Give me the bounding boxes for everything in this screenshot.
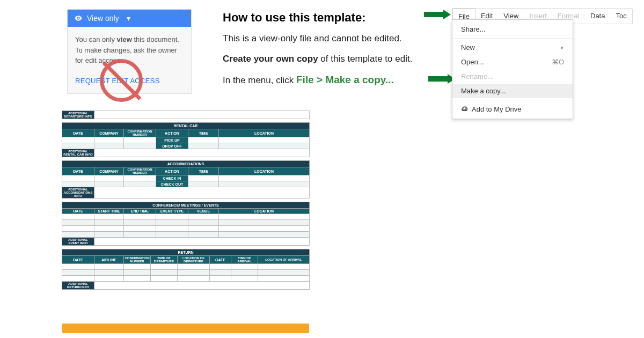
footer: ADDITIONAL EVENT INFO <box>62 238 94 246</box>
col: CONFIRMATION NUMBER <box>124 129 156 137</box>
col: LOCATION <box>219 129 310 137</box>
text: You can only <box>75 35 117 43</box>
arrow-icon <box>424 10 451 19</box>
label: Rename... <box>461 72 493 80</box>
col: AIRLINE <box>94 256 124 264</box>
instructions: How to use this template: This is a view… <box>223 11 437 94</box>
menu-item-open[interactable]: Open...⌘O <box>452 55 573 69</box>
menu-tools[interactable]: Toc <box>610 9 632 24</box>
col: COMPANY <box>94 167 124 175</box>
chevron-right-icon: ▸ <box>561 44 564 51</box>
section-title: RETURN <box>62 249 310 256</box>
col: LOCATION OF DEPARTURE <box>178 256 210 264</box>
menu-data[interactable]: Data <box>585 9 610 24</box>
footer: ADDITIONAL ACCOMODATIONS INFO <box>62 187 94 199</box>
menu-item-rename: Rename... <box>452 69 573 84</box>
col: EVENT TYPE <box>156 209 188 214</box>
prohibited-icon <box>100 59 143 102</box>
caret-icon: ▾ <box>127 14 130 23</box>
col: DATE <box>62 256 94 264</box>
menu-item-make-copy[interactable]: Make a copy... <box>452 84 573 98</box>
col: ACTION <box>156 167 188 175</box>
col: LOCATION <box>219 167 310 175</box>
col: TIME <box>188 129 219 137</box>
footer: ADDITIONAL RETURN INFO <box>62 282 94 290</box>
col: COMPANY <box>94 129 124 137</box>
col: DATE <box>62 167 94 175</box>
arrow-icon <box>428 74 455 84</box>
col: LOCATION <box>219 209 310 214</box>
col: DATE <box>62 129 94 137</box>
section-title: ACCOMMODATIONS <box>62 161 310 167</box>
label: Open... <box>461 58 484 66</box>
col: CONFIRMATION NUMBER <box>124 167 156 175</box>
label: Add to My Drive <box>472 105 521 113</box>
instructions-heading: How to use this template: <box>223 11 437 25</box>
rental-car-section: RENTAL CAR DATE COMPANY CONFIRMATION NUM… <box>62 122 310 157</box>
instructions-line1: This is a view-only file and cannot be e… <box>223 32 437 45</box>
col: START TIME <box>94 209 124 214</box>
conference-section: CONFERENCE/ MEETINGS / EVENTS DATE START… <box>62 202 310 246</box>
menu-item-new[interactable]: New▸ <box>452 40 573 55</box>
footer: ADDITIONAL RENTAL CAR INFO <box>62 149 94 157</box>
col: DATE <box>62 209 94 214</box>
col: CONFIRMATION NUMBER <box>124 256 151 264</box>
label: New <box>461 43 475 52</box>
col: TIME <box>188 167 219 175</box>
menu-item-share[interactable]: Share... <box>452 22 573 36</box>
text: In the menu, click <box>223 75 296 85</box>
text-green: File > Make a copy... <box>296 74 394 85</box>
orange-bar <box>62 324 309 333</box>
spreadsheet-template: ADDITIONAL DEPARTURE INFO RENTAL CAR DAT… <box>62 111 310 290</box>
instructions-line3: In the menu, click File > Make a copy... <box>223 73 437 87</box>
col: LOCATION OF ARRIVAL <box>258 256 310 264</box>
departure-footer: ADDITIONAL DEPARTURE INFO <box>62 111 310 119</box>
text: of this template to edit. <box>318 54 413 64</box>
text-bold: Create your own copy <box>223 54 318 64</box>
col: END TIME <box>124 209 156 214</box>
label: Make a copy... <box>461 87 506 95</box>
section-title: CONFERENCE/ MEETINGS / EVENTS <box>62 202 310 209</box>
view-only-label: View only <box>87 14 119 23</box>
eye-icon <box>74 14 83 23</box>
action: PICK UP <box>156 137 188 143</box>
col: VENUE <box>188 209 219 214</box>
view-only-button[interactable]: View only ▾ <box>68 10 191 27</box>
file-dropdown: Share... New▸ Open...⌘O Rename... Make a… <box>452 19 573 119</box>
shortcut: ⌘O <box>552 58 564 66</box>
col: TIME OF DEPARTURE <box>151 256 178 264</box>
action: CHECK IN <box>156 175 188 181</box>
instructions-line2: Create your own copy of this template to… <box>223 53 437 65</box>
label: Share... <box>461 25 486 33</box>
svg-point-0 <box>78 18 79 19</box>
action: CHECK OUT <box>156 181 188 187</box>
section-title: RENTAL CAR <box>62 123 310 129</box>
return-section: RETURN DATE AIRLINE CONFIRMATION NUMBER … <box>62 249 310 290</box>
drive-icon <box>461 106 469 113</box>
col: ACTION <box>156 129 188 137</box>
text-bold: view <box>117 35 132 43</box>
col: TIME OF ARRIVAL <box>231 256 258 264</box>
accommodations-section: ACCOMMODATIONS DATE COMPANY CONFIRMATION… <box>62 160 310 199</box>
footer-label: ADDITIONAL DEPARTURE INFO <box>62 111 94 119</box>
col: GATE <box>210 256 231 264</box>
action: DROP OFF <box>156 143 188 149</box>
menu-item-add-drive[interactable]: Add to My Drive <box>452 102 573 116</box>
